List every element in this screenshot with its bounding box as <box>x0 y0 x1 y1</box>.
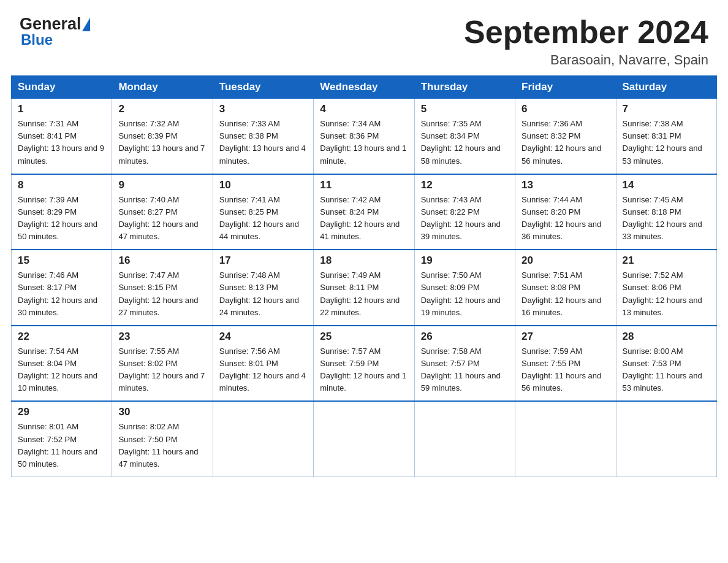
calendar-day: 2Sunrise: 7:32 AMSunset: 8:39 PMDaylight… <box>112 99 213 174</box>
day-number: 2 <box>118 103 206 115</box>
calendar-day: 5Sunrise: 7:35 AMSunset: 8:34 PMDaylight… <box>414 99 515 174</box>
day-number: 12 <box>421 179 509 191</box>
header: General Blue September 2024 Barasoain, N… <box>0 0 728 75</box>
day-number: 26 <box>421 331 509 343</box>
day-number: 16 <box>118 255 206 267</box>
day-info: Sunrise: 7:44 AMSunset: 8:20 PMDaylight:… <box>521 194 609 243</box>
day-info: Sunrise: 7:49 AMSunset: 8:11 PMDaylight:… <box>320 269 408 319</box>
day-info: Sunrise: 7:35 AMSunset: 8:34 PMDaylight:… <box>421 118 509 167</box>
header-monday: Monday <box>112 76 213 99</box>
day-info: Sunrise: 8:00 AMSunset: 7:53 PMDaylight:… <box>623 345 710 395</box>
calendar-day: 10Sunrise: 7:41 AMSunset: 8:25 PMDayligh… <box>213 174 313 250</box>
calendar-day: 16Sunrise: 7:47 AMSunset: 8:15 PMDayligh… <box>112 250 213 326</box>
calendar-day: 13Sunrise: 7:44 AMSunset: 8:20 PMDayligh… <box>515 174 616 250</box>
calendar-day: 12Sunrise: 7:43 AMSunset: 8:22 PMDayligh… <box>414 174 515 250</box>
day-info: Sunrise: 7:45 AMSunset: 8:18 PMDaylight:… <box>623 194 710 243</box>
day-info: Sunrise: 7:57 AMSunset: 7:59 PMDaylight:… <box>320 345 408 395</box>
calendar-day: 28Sunrise: 8:00 AMSunset: 7:53 PMDayligh… <box>616 326 716 402</box>
calendar-day: 6Sunrise: 7:36 AMSunset: 8:32 PMDaylight… <box>515 99 616 174</box>
day-number: 13 <box>521 179 609 191</box>
title-area: September 2024 Barasoain, Navarre, Spain <box>464 15 708 68</box>
calendar-day: 26Sunrise: 7:58 AMSunset: 7:57 PMDayligh… <box>414 326 515 402</box>
day-number: 30 <box>118 406 206 418</box>
day-info: Sunrise: 7:51 AMSunset: 8:08 PMDaylight:… <box>521 269 609 319</box>
day-info: Sunrise: 8:01 AMSunset: 7:52 PMDaylight:… <box>18 421 105 470</box>
calendar-day: 21Sunrise: 7:52 AMSunset: 8:06 PMDayligh… <box>616 250 716 326</box>
calendar-day: 1Sunrise: 7:31 AMSunset: 8:41 PMDaylight… <box>12 99 112 174</box>
calendar-day: 29Sunrise: 8:01 AMSunset: 7:52 PMDayligh… <box>12 401 112 477</box>
calendar-day: 11Sunrise: 7:42 AMSunset: 8:24 PMDayligh… <box>314 174 414 250</box>
day-info: Sunrise: 7:42 AMSunset: 8:24 PMDaylight:… <box>320 194 408 243</box>
calendar-day: 22Sunrise: 7:54 AMSunset: 8:04 PMDayligh… <box>12 326 112 402</box>
day-number: 29 <box>18 406 105 418</box>
day-number: 27 <box>521 331 609 343</box>
day-info: Sunrise: 7:48 AMSunset: 8:13 PMDaylight:… <box>219 269 307 319</box>
calendar-day: 14Sunrise: 7:45 AMSunset: 8:18 PMDayligh… <box>616 174 716 250</box>
calendar-day: 25Sunrise: 7:57 AMSunset: 7:59 PMDayligh… <box>314 326 414 402</box>
header-thursday: Thursday <box>414 76 515 99</box>
calendar-day: 8Sunrise: 7:39 AMSunset: 8:29 PMDaylight… <box>12 174 112 250</box>
calendar-day: 24Sunrise: 7:56 AMSunset: 8:01 PMDayligh… <box>213 326 313 402</box>
day-number: 11 <box>320 179 408 191</box>
day-number: 1 <box>18 103 105 115</box>
day-number: 24 <box>219 331 307 343</box>
day-number: 20 <box>521 255 609 267</box>
calendar-day: 3Sunrise: 7:33 AMSunset: 8:38 PMDaylight… <box>213 99 313 174</box>
calendar-day <box>314 401 414 477</box>
day-info: Sunrise: 7:56 AMSunset: 8:01 PMDaylight:… <box>219 345 307 395</box>
calendar-day <box>213 401 313 477</box>
day-info: Sunrise: 7:55 AMSunset: 8:02 PMDaylight:… <box>118 345 206 395</box>
calendar-day <box>515 401 616 477</box>
day-info: Sunrise: 7:58 AMSunset: 7:57 PMDaylight:… <box>421 345 509 395</box>
day-info: Sunrise: 7:38 AMSunset: 8:31 PMDaylight:… <box>623 118 710 167</box>
day-info: Sunrise: 7:59 AMSunset: 7:55 PMDaylight:… <box>521 345 609 395</box>
logo-blue-text: Blue <box>20 31 90 48</box>
calendar-day: 15Sunrise: 7:46 AMSunset: 8:17 PMDayligh… <box>12 250 112 326</box>
calendar-week-3: 15Sunrise: 7:46 AMSunset: 8:17 PMDayligh… <box>12 250 717 326</box>
calendar-week-5: 29Sunrise: 8:01 AMSunset: 7:52 PMDayligh… <box>12 401 717 477</box>
day-info: Sunrise: 7:34 AMSunset: 8:36 PMDaylight:… <box>320 118 408 167</box>
calendar-day: 27Sunrise: 7:59 AMSunset: 7:55 PMDayligh… <box>515 326 616 402</box>
day-number: 23 <box>118 331 206 343</box>
logo-triangle-icon <box>82 18 90 31</box>
day-number: 8 <box>18 179 105 191</box>
day-number: 17 <box>219 255 307 267</box>
header-friday: Friday <box>515 76 616 99</box>
day-number: 18 <box>320 255 408 267</box>
day-info: Sunrise: 7:50 AMSunset: 8:09 PMDaylight:… <box>421 269 509 319</box>
day-info: Sunrise: 7:40 AMSunset: 8:27 PMDaylight:… <box>118 194 206 243</box>
calendar-day <box>616 401 716 477</box>
day-number: 14 <box>623 179 710 191</box>
day-info: Sunrise: 7:39 AMSunset: 8:29 PMDaylight:… <box>18 194 105 243</box>
logo: General Blue <box>20 15 90 48</box>
day-info: Sunrise: 7:36 AMSunset: 8:32 PMDaylight:… <box>521 118 609 167</box>
day-info: Sunrise: 7:41 AMSunset: 8:25 PMDaylight:… <box>219 194 307 243</box>
calendar-title: September 2024 <box>464 15 708 50</box>
day-number: 6 <box>521 103 609 115</box>
day-number: 7 <box>623 103 710 115</box>
header-tuesday: Tuesday <box>213 76 313 99</box>
header-sunday: Sunday <box>12 76 112 99</box>
day-info: Sunrise: 7:54 AMSunset: 8:04 PMDaylight:… <box>18 345 105 395</box>
calendar-week-2: 8Sunrise: 7:39 AMSunset: 8:29 PMDaylight… <box>12 174 717 250</box>
calendar-day: 4Sunrise: 7:34 AMSunset: 8:36 PMDaylight… <box>314 99 414 174</box>
day-number: 3 <box>219 103 307 115</box>
day-number: 5 <box>421 103 509 115</box>
day-number: 19 <box>421 255 509 267</box>
day-number: 22 <box>18 331 105 343</box>
day-info: Sunrise: 7:47 AMSunset: 8:15 PMDaylight:… <box>118 269 206 319</box>
calendar-week-1: 1Sunrise: 7:31 AMSunset: 8:41 PMDaylight… <box>12 99 717 174</box>
day-info: Sunrise: 7:32 AMSunset: 8:39 PMDaylight:… <box>118 118 206 167</box>
calendar-table: Sunday Monday Tuesday Wednesday Thursday… <box>11 75 717 477</box>
day-number: 28 <box>623 331 710 343</box>
calendar-subtitle: Barasoain, Navarre, Spain <box>464 52 708 68</box>
day-info: Sunrise: 7:33 AMSunset: 8:38 PMDaylight:… <box>219 118 307 167</box>
calendar-header-row: Sunday Monday Tuesday Wednesday Thursday… <box>12 76 717 99</box>
calendar-day <box>414 401 515 477</box>
day-info: Sunrise: 7:43 AMSunset: 8:22 PMDaylight:… <box>421 194 509 243</box>
calendar-day: 30Sunrise: 8:02 AMSunset: 7:50 PMDayligh… <box>112 401 213 477</box>
day-number: 4 <box>320 103 408 115</box>
day-number: 10 <box>219 179 307 191</box>
day-number: 21 <box>623 255 710 267</box>
day-number: 15 <box>18 255 105 267</box>
